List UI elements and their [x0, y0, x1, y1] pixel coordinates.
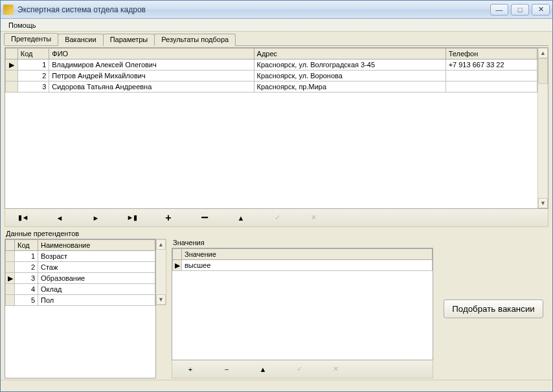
cancel-icon: ✕	[333, 365, 339, 373]
minus-icon: −	[201, 210, 209, 225]
menubar: Помощь	[1, 19, 552, 32]
values-section-label: Значения	[172, 239, 433, 248]
table-row[interactable]: ▶ 3 Образование	[6, 273, 155, 284]
row-indicator-icon: ▶	[173, 260, 182, 271]
nav-first-button[interactable]: ▮◄	[18, 213, 28, 223]
nav-insert-button[interactable]: +	[163, 213, 174, 223]
grid-header-address[interactable]: Адрес	[254, 49, 446, 60]
candidates-grid[interactable]: Код ФИО Адрес Телефон ▶ 1 Владимиров Але…	[5, 48, 537, 93]
nav-post-button: ✓	[272, 213, 282, 223]
table-row[interactable]: 2 Стаж	[6, 262, 155, 273]
values-navigator: + − ▲ ✓ ✕	[172, 360, 433, 378]
details-section-label: Данные претендентов	[5, 227, 548, 239]
row-indicator-icon: ▶	[6, 60, 18, 71]
table-row[interactable]: 3 Сидорова Татьяна Андреевна Красноярск,…	[6, 82, 537, 93]
main-grid-vscrollbar[interactable]: ▲ ▼	[537, 48, 548, 208]
cancel-icon: ✕	[311, 213, 317, 222]
scroll-thumb[interactable]	[538, 58, 548, 84]
grid-header-fio[interactable]: ФИО	[49, 49, 254, 60]
grid-header-indicator	[6, 49, 18, 60]
grid-header-code[interactable]: Код	[17, 49, 49, 60]
table-row[interactable]: ▶ высшее	[173, 260, 433, 271]
minimize-button[interactable]: —	[490, 4, 508, 16]
tabstrip: Претеденты Вакансии Параметры Результаты…	[5, 33, 548, 46]
nav-delete-button[interactable]: −	[221, 364, 232, 375]
close-button[interactable]: ✕	[532, 4, 550, 16]
check-icon: ✓	[297, 365, 302, 373]
row-indicator-icon: ▶	[6, 273, 15, 284]
nav-cancel-button: ✕	[308, 213, 319, 223]
table-row[interactable]: 5 Пол	[6, 295, 155, 306]
plus-icon: +	[188, 365, 192, 373]
grid-header-phone[interactable]: Телефон	[446, 49, 537, 60]
first-icon: ▮◄	[18, 213, 29, 222]
details-header-code[interactable]: Код	[15, 240, 38, 251]
plus-icon: +	[165, 212, 171, 224]
last-icon: ►▮	[127, 213, 138, 222]
scroll-down-icon[interactable]: ▼	[156, 294, 166, 305]
details-grid[interactable]: Код Наименование 1 Возраст 2 Стаж	[5, 239, 155, 306]
scroll-up-icon[interactable]: ▲	[156, 239, 166, 250]
pick-vacancies-button[interactable]: Подобрать вакансии	[444, 299, 543, 318]
nav-cancel-button: ✕	[330, 364, 341, 375]
nav-next-button[interactable]: ►	[91, 213, 101, 223]
scroll-down-icon[interactable]: ▼	[538, 198, 548, 208]
up-icon: ▲	[260, 365, 267, 373]
app-window: Экспертная система отдела кадров — □ ✕ П…	[0, 0, 553, 392]
app-icon	[3, 5, 14, 15]
scroll-track[interactable]	[156, 250, 166, 294]
details-header-name[interactable]: Наименование	[38, 240, 155, 251]
nav-insert-button[interactable]: +	[185, 364, 196, 375]
details-grid-vscrollbar[interactable]: ▲ ▼	[156, 239, 166, 305]
minus-icon: −	[225, 365, 229, 373]
window-title: Экспертная система отдела кадров	[17, 5, 490, 14]
nav-edit-button[interactable]: ▲	[258, 364, 268, 375]
titlebar[interactable]: Экспертная система отдела кадров — □ ✕	[1, 1, 552, 19]
table-row[interactable]: 2 Петров Андрей Михайлович Красноярск, у…	[6, 71, 537, 82]
values-grid[interactable]: Значение ▶ высшее	[172, 248, 433, 271]
scroll-track[interactable]	[538, 58, 548, 198]
tab-results[interactable]: Результаты подбора	[154, 34, 236, 46]
scroll-up-icon[interactable]: ▲	[538, 48, 548, 58]
table-row[interactable]: 4 Оклад	[6, 284, 155, 295]
tab-candidates[interactable]: Претеденты	[4, 33, 58, 45]
nav-delete-button[interactable]: −	[199, 213, 210, 223]
table-row[interactable]: ▶ 1 Владимиров Алексей Олегович Краснояр…	[6, 60, 537, 71]
check-icon: ✓	[275, 213, 280, 222]
nav-last-button[interactable]: ►▮	[127, 213, 137, 223]
statusbar	[1, 380, 552, 391]
prev-icon: ◄	[56, 214, 63, 222]
main-navigator: ▮◄ ◄ ► ►▮ + − ▲ ✓ ✕	[5, 209, 548, 227]
nav-edit-button[interactable]: ▲	[236, 213, 246, 223]
nav-prev-button[interactable]: ◄	[54, 213, 65, 223]
menu-help[interactable]: Помощь	[3, 20, 41, 30]
table-row[interactable]: 1 Возраст	[6, 251, 155, 262]
next-icon: ►	[93, 214, 100, 222]
maximize-button[interactable]: □	[511, 4, 529, 16]
nav-post-button: ✓	[294, 364, 304, 375]
tab-parameters[interactable]: Параметры	[103, 34, 155, 46]
values-header-value[interactable]: Значение	[182, 249, 433, 260]
tab-vacancies[interactable]: Вакансии	[58, 34, 104, 46]
main-grid-area: Код ФИО Адрес Телефон ▶ 1 Владимиров Але…	[5, 47, 548, 209]
up-icon: ▲	[238, 214, 245, 222]
